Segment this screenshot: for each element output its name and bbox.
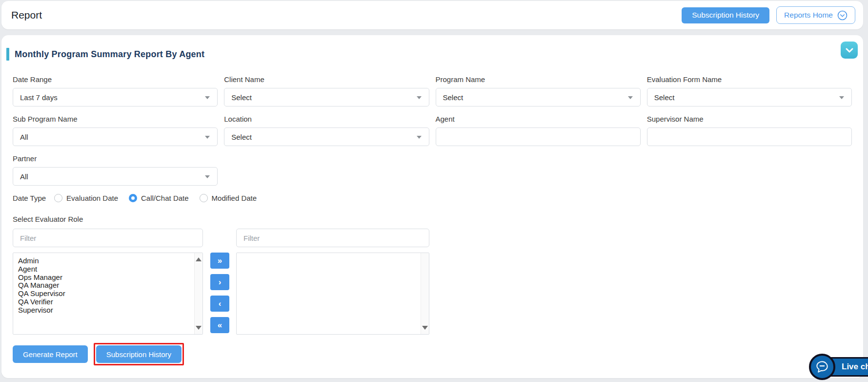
list-item[interactable]: QA Manager: [18, 281, 190, 290]
radio-evaluation-date-label: Evaluation Date: [66, 194, 118, 202]
field-evaluation-form-name: Evaluation Form Name Select: [647, 75, 852, 106]
evaluation-form-name-value: Select: [654, 93, 675, 102]
scrollbar[interactable]: [194, 253, 202, 334]
move-all-left-button[interactable]: «: [210, 317, 229, 333]
date-range-select[interactable]: Last 7 days: [13, 88, 218, 106]
list-item[interactable]: Agent: [18, 265, 190, 274]
list-item[interactable]: Supervisor: [18, 306, 190, 315]
transfer-buttons: » › ‹ «: [210, 253, 229, 333]
location-value: Select: [231, 133, 252, 141]
supervisor-name-label: Supervisor Name: [647, 115, 852, 123]
partner-label: Partner: [13, 154, 218, 163]
list-item[interactable]: Ops Manager: [18, 274, 190, 282]
sub-program-name-label: Sub Program Name: [13, 115, 218, 123]
list-item[interactable]: QA Verifier: [18, 298, 190, 306]
date-range-label: Date Range: [13, 75, 218, 84]
caret-down-icon: [417, 96, 422, 99]
selected-roles-filter-input[interactable]: [236, 229, 429, 247]
caret-down-icon: [205, 96, 210, 99]
header-actions: Subscription History Reports Home: [682, 6, 855, 24]
scroll-down-icon[interactable]: [422, 326, 428, 330]
radio-modified-date-label: Modified Date: [212, 194, 257, 202]
radio-call-chat-date[interactable]: Call/Chat Date: [129, 194, 189, 202]
agent-input-wrap: [436, 127, 641, 146]
available-roles-listbox[interactable]: Admin Agent Ops Manager QA Manager QA Su…: [13, 253, 203, 335]
radio-call-chat-date-label: Call/Chat Date: [141, 194, 189, 202]
partner-select[interactable]: All: [13, 167, 218, 186]
radio-circle-icon: [200, 194, 208, 202]
reports-home-button[interactable]: Reports Home: [776, 6, 855, 24]
agent-label: Agent: [436, 115, 641, 123]
move-right-button[interactable]: ›: [210, 274, 229, 290]
date-type-label: Date Type: [13, 194, 46, 202]
client-name-select[interactable]: Select: [224, 88, 429, 106]
chevron-down-icon: [846, 48, 853, 53]
radio-circle-icon: [54, 194, 62, 202]
chevron-down-circle-icon: [837, 10, 848, 21]
generate-report-button[interactable]: Generate Report: [13, 345, 88, 363]
subscription-history-header-button[interactable]: Subscription History: [682, 7, 769, 23]
field-client-name: Client Name Select: [224, 75, 429, 106]
report-panel: Monthly Program Summary Report By Agent …: [1, 35, 863, 378]
radio-modified-date[interactable]: Modified Date: [200, 194, 257, 202]
page-title: Report: [11, 9, 42, 21]
supervisor-name-input[interactable]: [654, 128, 845, 146]
partner-value: All: [20, 172, 28, 181]
field-partner: Partner All: [13, 154, 218, 186]
move-all-right-button[interactable]: »: [210, 253, 229, 269]
available-roles-filter-input[interactable]: [13, 229, 203, 247]
location-label: Location: [224, 115, 429, 123]
field-date-range: Date Range Last 7 days: [13, 75, 218, 106]
date-type-row: Date Type Evaluation Date Call/Chat Date…: [13, 194, 852, 202]
program-name-value: Select: [443, 93, 464, 102]
chat-bubble-icon[interactable]: [809, 354, 835, 380]
field-sub-program-name: Sub Program Name All: [13, 115, 218, 146]
evaluation-form-name-label: Evaluation Form Name: [647, 75, 852, 84]
client-name-value: Select: [231, 93, 252, 102]
list-item[interactable]: QA Supervisor: [18, 290, 190, 298]
scrollbar[interactable]: [421, 253, 429, 334]
selected-roles-panel: [236, 229, 429, 335]
field-supervisor-name: Supervisor Name: [647, 115, 852, 146]
panel-header: Monthly Program Summary Report By Agent: [1, 35, 863, 61]
selected-roles-listbox[interactable]: [236, 253, 429, 335]
filter-grid: Date Range Last 7 days Client Name Selec…: [13, 75, 852, 154]
reports-home-label: Reports Home: [784, 11, 833, 20]
supervisor-name-input-wrap: [647, 127, 852, 146]
live-chat-label: Live chat: [842, 362, 868, 372]
client-name-label: Client Name: [224, 75, 429, 84]
evaluator-role-duallist: Admin Agent Ops Manager QA Manager QA Su…: [13, 229, 852, 335]
caret-down-icon: [628, 96, 633, 99]
caret-down-icon: [205, 136, 210, 139]
evaluation-form-name-select[interactable]: Select: [647, 88, 852, 106]
field-program-name: Program Name Select: [436, 75, 641, 106]
highlight-red-box: Subscription History: [94, 343, 184, 365]
scroll-up-icon[interactable]: [196, 257, 202, 261]
scroll-down-icon[interactable]: [196, 326, 202, 330]
location-select[interactable]: Select: [224, 127, 429, 146]
program-name-label: Program Name: [436, 75, 641, 84]
agent-input[interactable]: [443, 128, 633, 146]
actions-row: Generate Report Subscription History: [13, 343, 852, 365]
live-chat-widget[interactable]: Live chat: [809, 354, 868, 380]
field-agent: Agent: [436, 115, 641, 146]
program-name-select[interactable]: Select: [436, 88, 641, 106]
date-range-value: Last 7 days: [20, 93, 58, 102]
available-roles-panel: Admin Agent Ops Manager QA Manager QA Su…: [13, 229, 203, 335]
title-accent-bar: [6, 48, 9, 61]
collapse-panel-button[interactable]: [841, 42, 858, 59]
sub-program-name-select[interactable]: All: [13, 127, 218, 146]
evaluator-role-label: Select Evaluator Role: [13, 215, 852, 223]
field-location: Location Select: [224, 115, 429, 146]
radio-evaluation-date[interactable]: Evaluation Date: [54, 194, 118, 202]
radio-circle-checked-icon: [129, 194, 137, 202]
report-title: Monthly Program Summary Report By Agent: [15, 49, 204, 60]
caret-down-icon: [839, 96, 844, 99]
top-header-bar: Report Subscription History Reports Home: [1, 1, 863, 29]
caret-down-icon: [205, 175, 210, 178]
caret-down-icon: [417, 136, 422, 139]
subscription-history-button[interactable]: Subscription History: [96, 345, 182, 363]
filter-form: Date Range Last 7 days Client Name Selec…: [1, 61, 863, 365]
list-item[interactable]: Admin: [18, 257, 190, 265]
move-left-button[interactable]: ‹: [210, 296, 229, 312]
